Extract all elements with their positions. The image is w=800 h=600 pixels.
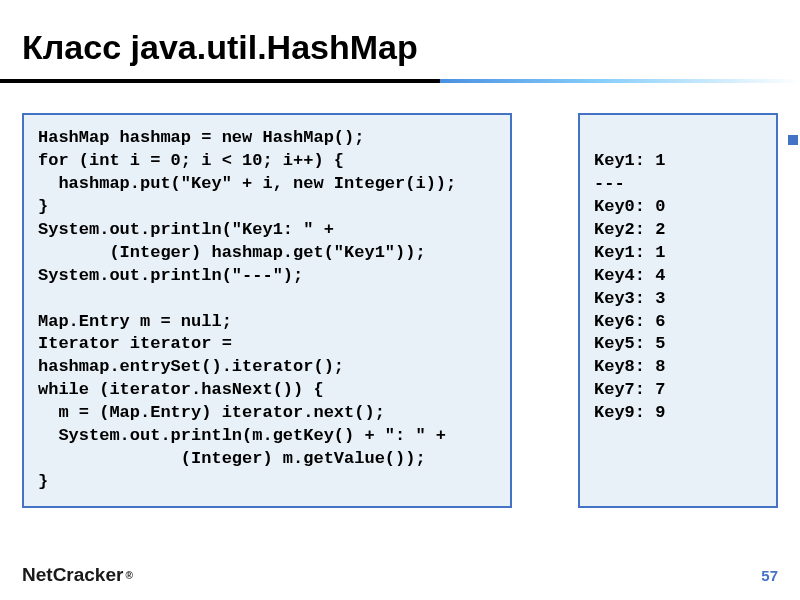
code-block-source: HashMap hashmap = new HashMap(); for (in…: [22, 113, 512, 508]
page-number: 57: [761, 567, 778, 584]
slide-container: Класс java.util.HashMap HashMap hashmap …: [0, 0, 800, 600]
slide-title: Класс java.util.HashMap: [0, 0, 800, 79]
logo-part-cracker: Cracker: [53, 564, 124, 586]
title-underline: [0, 79, 800, 83]
decorative-marker: [788, 135, 798, 145]
logo-netcracker: NetCracker®: [22, 564, 133, 586]
code-block-output: Key1: 1 --- Key0: 0 Key2: 2 Key1: 1 Key4…: [578, 113, 778, 508]
content-area: HashMap hashmap = new HashMap(); for (in…: [0, 113, 800, 508]
logo-registered-icon: ®: [125, 570, 132, 581]
logo-part-net: Net: [22, 564, 53, 586]
slide-footer: NetCracker® 57: [0, 558, 800, 600]
